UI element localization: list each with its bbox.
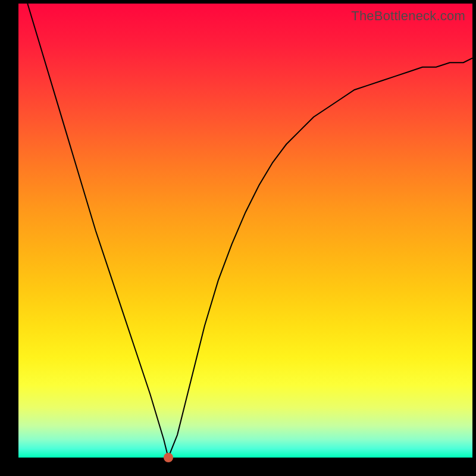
chart-frame: TheBottleneck.com — [0, 0, 476, 476]
curve-svg — [18, 4, 472, 458]
plot-area: TheBottleneck.com — [18, 4, 472, 458]
bottleneck-curve-path — [27, 4, 472, 458]
optimum-marker — [164, 453, 173, 462]
